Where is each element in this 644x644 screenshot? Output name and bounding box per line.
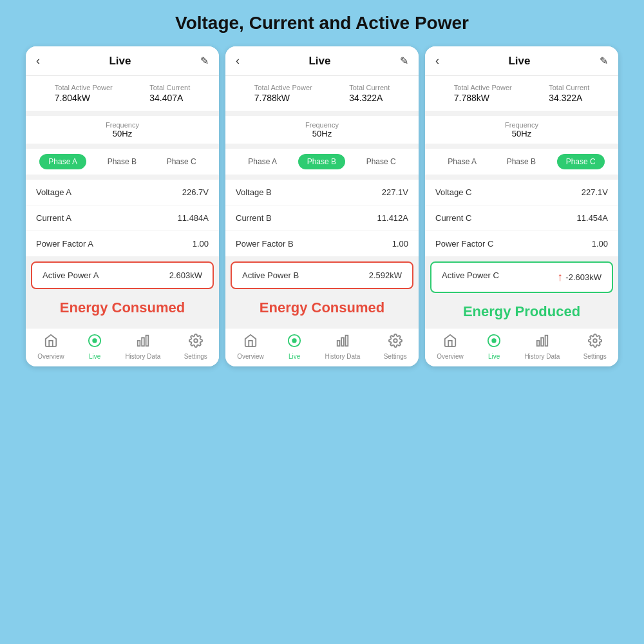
svg-point-13 — [492, 339, 496, 343]
stats-row: Total Active Power 7.788kW Total Current… — [425, 76, 618, 111]
row-label: Voltage A — [36, 187, 71, 197]
back-button[interactable]: ‹ — [236, 54, 240, 68]
settings-nav-icon — [189, 334, 203, 351]
bottom-nav: OverviewLiveHistory DataSettings — [425, 328, 618, 366]
history-data-nav[interactable]: History Data — [325, 334, 360, 360]
row-label: Voltage B — [236, 187, 272, 197]
data-rows: Voltage C 227.1V Current C 11.454A Power… — [425, 180, 618, 256]
overview-nav-label: Overview — [437, 353, 464, 360]
phase-tab-0[interactable]: Phase A — [239, 154, 286, 169]
total-current-value: 34.322A — [349, 93, 383, 103]
svg-point-17 — [593, 339, 597, 343]
live-nav-label: Live — [488, 353, 500, 360]
frequency-label: Frequency — [305, 121, 339, 129]
row-value: 226.7V — [182, 187, 209, 197]
total-active-power-label: Total Active Power — [454, 84, 512, 91]
overview-nav[interactable]: Overview — [37, 334, 64, 360]
overview-nav[interactable]: Overview — [237, 334, 264, 360]
phones-container: ‹ Live ✎ Total Active Power 7.804kW Tota… — [13, 46, 631, 366]
live-nav-label: Live — [89, 353, 100, 360]
active-power-label: Active Power A — [43, 270, 99, 280]
total-active-power: Total Active Power 7.804kW — [55, 84, 113, 103]
row-value: 1.00 — [592, 239, 608, 249]
row-value: 11.412A — [377, 213, 408, 223]
phase-tab-2[interactable]: Phase C — [557, 154, 605, 169]
live-nav[interactable]: Live — [287, 334, 301, 360]
settings-nav-label: Settings — [184, 353, 207, 360]
total-active-power-label: Total Active Power — [55, 84, 113, 91]
svg-rect-4 — [146, 336, 148, 346]
edit-button[interactable]: ✎ — [400, 55, 408, 67]
settings-nav-label: Settings — [583, 353, 607, 360]
data-row-0: Voltage C 227.1V — [425, 180, 618, 205]
frequency-label: Frequency — [505, 121, 538, 129]
total-current-value: 34.407A — [149, 93, 183, 103]
phase-tab-0[interactable]: Phase A — [39, 154, 86, 169]
data-row-1: Current B 11.412A — [225, 205, 419, 231]
settings-nav[interactable]: Settings — [184, 334, 207, 360]
data-row-0: Voltage B 227.1V — [225, 180, 419, 205]
data-row-1: Current A 11.484A — [26, 205, 219, 231]
phase-tabs: Phase APhase BPhase C — [26, 149, 219, 175]
total-current: Total Current 34.322A — [349, 84, 390, 103]
overview-nav-icon — [44, 334, 58, 351]
phase-tab-1[interactable]: Phase B — [99, 154, 146, 169]
screen-title: Live — [308, 55, 330, 68]
back-button[interactable]: ‹ — [435, 54, 439, 68]
edit-button[interactable]: ✎ — [200, 55, 209, 67]
phase-tabs: Phase APhase BPhase C — [425, 149, 618, 175]
data-row-0: Voltage A 226.7V — [26, 180, 219, 205]
phase-tab-1[interactable]: Phase B — [498, 154, 545, 169]
frequency-value: 50Hz — [113, 129, 132, 138]
screen-title: Live — [109, 55, 131, 68]
total-active-power: Total Active Power 7.788kW — [254, 84, 312, 103]
settings-nav[interactable]: Settings — [583, 334, 607, 360]
data-row-2: Power Factor C 1.00 — [425, 231, 618, 256]
stats-row: Total Active Power 7.788kW Total Current… — [225, 76, 419, 111]
history-data-nav[interactable]: History Data — [524, 334, 560, 360]
history-data-nav[interactable]: History Data — [125, 334, 160, 360]
svg-rect-15 — [541, 337, 544, 346]
phase-tab-0[interactable]: Phase A — [439, 154, 486, 169]
stats-row: Total Active Power 7.804kW Total Current… — [26, 76, 219, 111]
phase-tab-2[interactable]: Phase C — [357, 154, 405, 169]
svg-rect-10 — [345, 336, 348, 346]
row-value: 1.00 — [392, 239, 408, 249]
history-data-nav-icon — [336, 334, 350, 351]
live-nav-icon — [287, 334, 301, 351]
data-row-2: Power Factor A 1.00 — [26, 231, 219, 256]
phone-1: ‹ Live ✎ Total Active Power 7.788kW Tota… — [225, 46, 419, 366]
svg-rect-9 — [341, 337, 344, 346]
live-nav-label: Live — [289, 353, 300, 360]
row-label: Voltage C — [435, 187, 471, 197]
live-nav[interactable]: Live — [88, 334, 102, 360]
overview-nav[interactable]: Overview — [437, 334, 464, 360]
frequency-row: Frequency 50Hz — [225, 116, 419, 144]
phase-tabs: Phase APhase BPhase C — [225, 149, 419, 175]
active-power-value: 2.603kW — [169, 270, 202, 280]
row-value: 11.454A — [577, 213, 608, 223]
back-button[interactable]: ‹ — [36, 54, 40, 68]
row-value: 227.1V — [582, 187, 608, 197]
energy-label: Energy Consumed — [26, 294, 219, 324]
total-active-power: Total Active Power 7.788kW — [454, 84, 512, 103]
edit-button[interactable]: ✎ — [600, 55, 608, 67]
live-nav[interactable]: Live — [487, 334, 501, 360]
active-power-value: -2.603kW — [565, 272, 601, 282]
total-current-label: Total Current — [549, 84, 589, 91]
phase-tab-1[interactable]: Phase B — [298, 154, 345, 169]
data-rows: Voltage A 226.7V Current A 11.484A Power… — [26, 180, 219, 256]
data-row-2: Power Factor B 1.00 — [225, 231, 419, 256]
svg-rect-16 — [545, 336, 547, 346]
energy-label: Energy Produced — [425, 298, 618, 328]
row-value: 11.484A — [178, 213, 209, 223]
arrow-up-icon: ↑ — [557, 270, 563, 284]
row-label: Power Factor C — [435, 239, 493, 249]
svg-rect-2 — [138, 341, 140, 346]
total-current-label: Total Current — [349, 84, 390, 91]
phase-tab-2[interactable]: Phase C — [158, 154, 205, 169]
svg-point-11 — [393, 339, 397, 343]
bottom-nav: OverviewLiveHistory DataSettings — [225, 328, 419, 366]
settings-nav[interactable]: Settings — [384, 334, 407, 360]
total-current: Total Current 34.322A — [549, 84, 589, 103]
